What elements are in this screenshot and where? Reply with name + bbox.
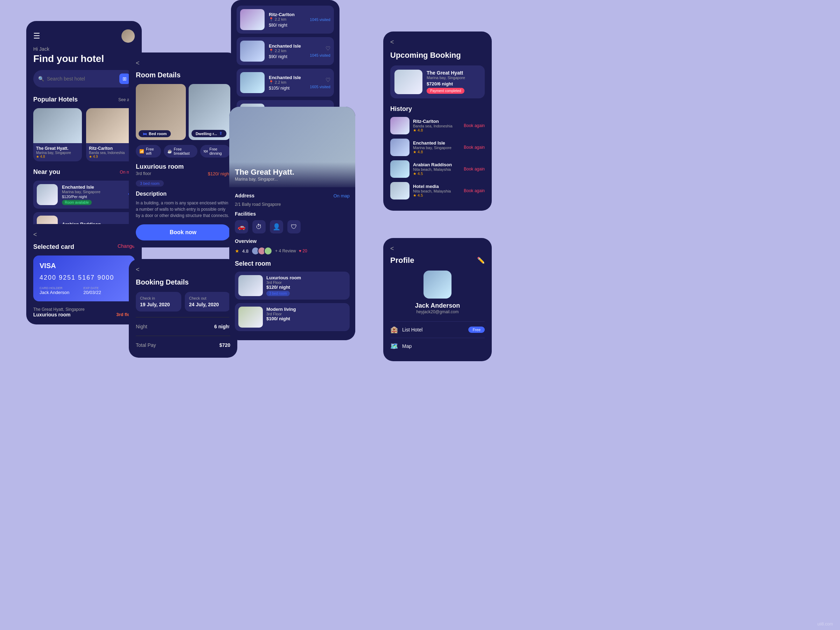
list-hotel-badge: Free (468, 327, 485, 333)
menu-icon[interactable]: ☰ (33, 32, 40, 41)
book-again-1[interactable]: Book again (464, 123, 485, 128)
total-value: $720 (219, 342, 230, 348)
book-again-4[interactable]: Book again (464, 188, 485, 193)
hotel-hero-loc: Marina bay, Singapor... (235, 177, 350, 182)
description-title: Description (136, 191, 230, 197)
history-image-1 (390, 117, 409, 134)
room-details-title: Room Details (136, 71, 230, 79)
back-button-booking-hist[interactable]: < (390, 38, 485, 46)
pool-icon: ⏱ (253, 220, 266, 234)
history-name-4: Hotel media (413, 184, 460, 189)
visa-card: VISA 4200 9251 5167 9000 CARD HOLDER Jac… (33, 256, 135, 302)
hotel-name-1: The Great Hyatt. (36, 146, 79, 151)
history-rating-4: ★ 4.5 (413, 193, 460, 198)
wifi-tag: 📶 Free wifi (136, 145, 161, 158)
hli-right-3: ♡ 1605 visited (310, 77, 330, 89)
hotel-card-1[interactable]: The Great Hyatt. Marina bay, Singapore ★… (33, 108, 82, 161)
hotel-list-item-3[interactable]: Enchanted Isle 📍 2.2 km $105/ night ♡ 16… (237, 69, 334, 96)
avatar[interactable] (122, 29, 135, 43)
hotel-image-1 (33, 108, 82, 143)
history-name-2: Enchanted Isle (413, 141, 460, 145)
card-exp-info: EXP DATE 20/03/22 (83, 286, 101, 295)
address-label: Address (235, 193, 254, 199)
room-select-item-1[interactable]: Luxurious room 3rd Floor $120/ night 3 b… (235, 272, 350, 300)
checkin-date: 19 July, 2020 (140, 302, 177, 307)
review-count: + 4 Review (275, 248, 296, 253)
map-menu-item[interactable]: 🗺️ Map (390, 338, 485, 354)
rating-stars: ★ (235, 248, 239, 254)
book-again-2[interactable]: Book again (464, 145, 485, 150)
nearby-item-1[interactable]: Enchanted Isle Marina bay, Singapore $12… (33, 181, 135, 208)
hotel-list-item-1[interactable]: Ritz-Carlton 📍 2.2 km $80/ night 1045 vi… (237, 6, 334, 33)
hotel-card-2[interactable]: Ritz-Carlton Banda sea, Indoneshia ★ 4.9 (86, 108, 135, 161)
card-holder-info: CARD HOLDER Jack Anderson (39, 286, 69, 295)
hotel-list-image-2 (240, 41, 265, 62)
wifi-label: Free wifi (146, 147, 158, 155)
avatar-3 (264, 247, 272, 255)
like-count: ♥ 20 (299, 248, 307, 253)
facilities-label: Facilities (235, 211, 350, 217)
hotel-info-2: Ritz-Carlton Banda sea, Indoneshia ★ 4.9 (86, 143, 135, 161)
favorite-icon-h2[interactable]: ♡ (325, 45, 330, 52)
book-again-3[interactable]: Book again (464, 167, 485, 172)
room-main-image: 🛏 Bed room (136, 84, 186, 140)
room-floor: 3rd floor (136, 171, 151, 177)
hotel-list-item-2[interactable]: Enchanted Isle 📍 2.2 km $90/ night ♡ 104… (237, 37, 334, 65)
hotel-loc-1: Marina bay, Singapore (36, 151, 79, 155)
nearby-loc-1: Marina bay, Singapore (62, 190, 124, 194)
room-available-badge: Room available (62, 200, 92, 205)
card-details: CARD HOLDER Jack Anderson EXP DATE 20/03… (39, 286, 128, 295)
upcoming-booking-card[interactable]: The Great Hyatt Marina bay, Singapore $7… (390, 65, 485, 98)
history-item-3[interactable]: Arabian Raddison Nita beach, Malayshia ★… (390, 160, 485, 178)
dwelling-tag: Dwelling r... ⇪ (191, 130, 226, 137)
nearby-name-1: Enchanted Isle (62, 185, 124, 190)
search-input[interactable] (47, 76, 119, 82)
dwelling-label: Dwelling r... (196, 132, 217, 136)
profile-avatar (423, 270, 452, 298)
list-hotel-label: List Hotel (402, 327, 464, 333)
overview-label: Overview (235, 238, 350, 244)
divider-1 (136, 317, 230, 317)
facilities-row: 🚗 ⏱ 👤 🛡 (235, 220, 350, 234)
dates-row: Check in 19 July, 2020 Check out 24 July… (136, 292, 230, 311)
filter-button[interactable]: ⊞ (119, 74, 130, 84)
history-info-2: Enchanted Isle Marina bay, Singapore ★ 4… (413, 141, 460, 154)
hotel-image-2 (86, 108, 135, 143)
profile-center: Jack Anderson heyjack20@gmail.com (390, 270, 485, 314)
room-select-name-1: Luxurious room (266, 275, 346, 280)
upcoming-hotel-image (395, 69, 422, 94)
dining-label: Free dinning (209, 147, 227, 155)
hotel-hero-image: The Great Hyatt. Marina bay, Singapor... (229, 107, 355, 187)
list-hotel-menu-item[interactable]: 🏨 List Hotel Free (390, 321, 485, 338)
history-info-4: Hotel media Nita beach, Malayshia ★ 4.5 (413, 184, 460, 198)
history-item-2[interactable]: Enchanted Isle Marina bay, Singapore ★ 4… (390, 139, 485, 156)
back-button[interactable]: < (33, 231, 135, 238)
favorite-icon-h3[interactable]: ♡ (325, 77, 330, 83)
address-row: Address On map (235, 193, 350, 199)
room-bottom-info: Luxurious room 3rd floor (33, 312, 135, 317)
on-map-link[interactable]: On map (333, 193, 350, 199)
bottom-hotel-info: The Great Hyatt, Singapore Luxurious roo… (33, 307, 135, 317)
back-button-booking[interactable]: < (136, 266, 230, 273)
history-item-4[interactable]: Hotel media Nita beach, Malayshia ★ 4.5 … (390, 182, 485, 199)
edit-icon[interactable]: ✏️ (477, 257, 485, 264)
room-select-item-2[interactable]: Modern living 3rd Floor $100/ night (235, 303, 350, 331)
filter-icon: ⊞ (123, 76, 127, 82)
back-button-room[interactable]: < (136, 60, 230, 67)
list-hotel-icon: 🏨 (390, 326, 398, 333)
wifi-icon: 📶 (139, 149, 144, 154)
checkin-box: Check in 19 July, 2020 (136, 292, 181, 311)
search-bar: 🔍 ⊞ (33, 70, 135, 87)
history-item-1[interactable]: Ritz-Carlton Banda sea, Indoneshia ★ 4.8… (390, 117, 485, 134)
book-now-button[interactable]: Book now (136, 224, 230, 240)
address-value: 2/1 Bally road Singapore (235, 202, 350, 207)
hotel-info-1: The Great Hyatt. Marina bay, Singapore ★… (33, 143, 82, 161)
hotel-body: Address On map 2/1 Bally road Singapore … (229, 187, 355, 340)
security-icon: 🛡 (287, 220, 301, 234)
bed-room-label: Bed room (149, 132, 167, 136)
hotel-list-image-3 (240, 72, 265, 93)
back-button-profile[interactable]: < (390, 245, 485, 253)
parking-icon: 🚗 (235, 220, 248, 234)
history-loc-1: Banda sea, Indoneshia (413, 124, 460, 128)
room-select-floor-1: 3rd Floor (266, 280, 346, 284)
